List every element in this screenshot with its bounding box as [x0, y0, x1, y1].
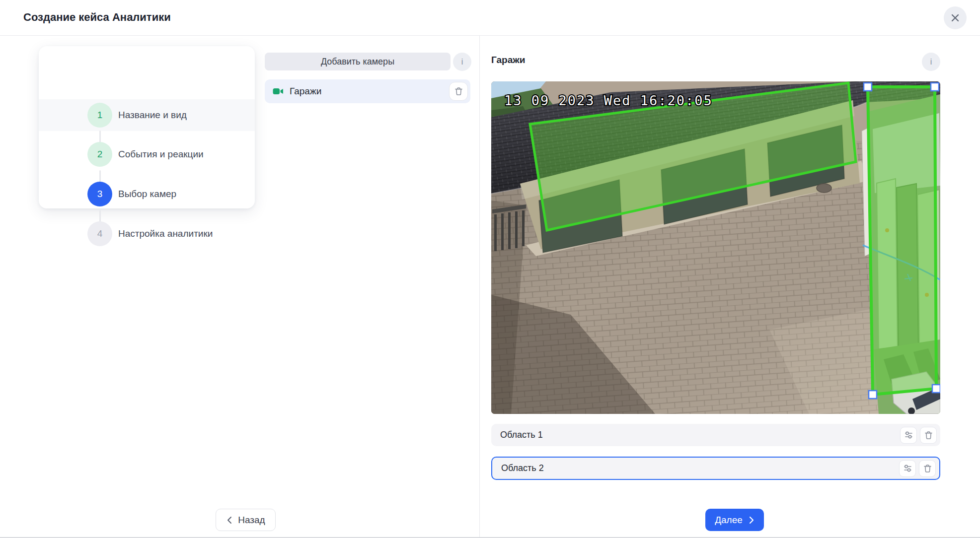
area-row-1[interactable]: Область 1: [491, 424, 940, 446]
area-1-delete-button[interactable]: [920, 427, 937, 444]
cameras-info-button[interactable]: i: [453, 53, 471, 71]
step-analytics-settings[interactable]: 4 Настройка аналитики: [39, 218, 255, 250]
close-icon: [950, 13, 960, 23]
tune-icon: [904, 464, 912, 472]
camera-list-item[interactable]: Гаражи: [265, 79, 470, 103]
preview-info-button[interactable]: i: [922, 53, 940, 71]
step-events-and-reactions[interactable]: 2 События и реакции: [39, 138, 255, 170]
delete-camera-button[interactable]: [449, 82, 468, 101]
camera-frame-editor[interactable]: 13 09 2023 Wed 16:20:05: [491, 81, 940, 414]
resize-handle[interactable]: [931, 83, 939, 91]
resize-handle[interactable]: [869, 391, 877, 399]
chevron-left-icon: [226, 515, 233, 525]
column-divider: [479, 36, 480, 538]
chevron-right-icon: [748, 515, 754, 525]
area-2-polygon[interactable]: [868, 87, 936, 395]
area-1-settings-button[interactable]: [900, 427, 917, 444]
video-camera-icon: [273, 87, 284, 95]
step-2-label: События и реакции: [118, 149, 204, 160]
trash-icon: [923, 464, 932, 473]
area-2-label: Область 2: [501, 463, 899, 473]
step-1-label: Название и вид: [118, 110, 187, 121]
trash-icon: [924, 431, 933, 440]
wizard-stepper: 1 Название и вид 2 События и реакции 3 В…: [39, 46, 255, 208]
add-cameras-button[interactable]: Добавить камеры: [265, 53, 451, 70]
camera-name: Гаражи: [290, 86, 449, 97]
next-button-label: Далее: [715, 515, 743, 526]
step-camera-selection[interactable]: 3 Выбор камер: [39, 178, 255, 210]
trash-icon: [454, 87, 463, 96]
area-1-label: Область 1: [500, 430, 900, 440]
next-button[interactable]: Далее: [705, 509, 764, 531]
area-2-delete-button[interactable]: [919, 460, 936, 477]
tune-icon: [905, 431, 913, 439]
create-analytics-case-dialog: Создание кейса Аналитики 1 Название и ви…: [0, 0, 980, 538]
step-1-circle: 1: [87, 103, 112, 128]
camera-still-scene: 13 09 2023 Wed 16:20:05: [491, 81, 940, 414]
step-4-circle: 4: [87, 221, 112, 246]
video-timestamp: 13 09 2023 Wed 16:20:05: [504, 93, 713, 108]
step-2-circle: 2: [87, 142, 112, 167]
resize-handle[interactable]: [932, 385, 940, 393]
preview-camera-title: Гаражи: [491, 55, 525, 66]
dialog-title: Создание кейса Аналитики: [23, 11, 171, 24]
step-3-circle: 3: [87, 182, 112, 206]
area-row-2-selected[interactable]: Область 2: [491, 457, 940, 480]
step-4-label: Настройка аналитики: [118, 228, 213, 239]
step-name-and-type[interactable]: 1 Название и вид: [39, 99, 255, 131]
back-button-label: Назад: [238, 515, 265, 526]
info-icon: i: [461, 58, 463, 67]
dialog-header: Создание кейса Аналитики: [0, 0, 980, 36]
back-button[interactable]: Назад: [216, 509, 276, 531]
close-button[interactable]: [944, 6, 967, 29]
resize-handle[interactable]: [864, 83, 872, 91]
info-icon: i: [930, 58, 932, 67]
step-3-label: Выбор камер: [118, 189, 176, 200]
area-2-settings-button[interactable]: [899, 460, 916, 477]
manhole: [817, 184, 831, 193]
